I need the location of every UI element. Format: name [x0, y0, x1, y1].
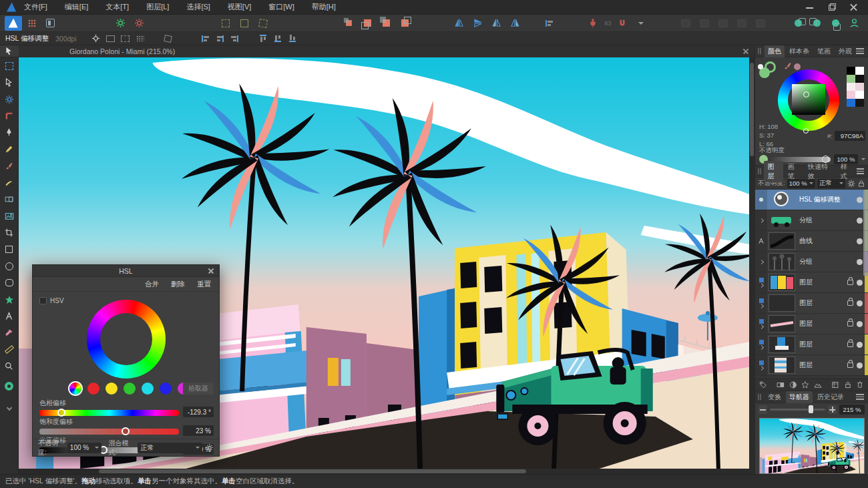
shape-tool[interactable] [0, 291, 19, 308]
tab-layers[interactable]: 图层 [764, 161, 783, 182]
disabled-tool-5[interactable] [752, 16, 769, 31]
layer-visibility-dot[interactable] [857, 280, 863, 286]
layer-expand[interactable] [755, 252, 767, 272]
ellipse-tool[interactable] [0, 258, 19, 274]
layer-visibility-dot[interactable] [857, 321, 863, 327]
red-channel-swatch[interactable] [87, 383, 99, 395]
vector-brush-tool[interactable] [0, 174, 19, 191]
move-to-front-button[interactable] [397, 16, 414, 31]
snapping-options-caret[interactable] [632, 16, 650, 31]
rasterize-button[interactable] [131, 16, 148, 31]
layer-row-layer-5[interactable]: 图层 [755, 272, 868, 293]
lock-icon[interactable] [847, 362, 853, 368]
account-button[interactable] [845, 16, 863, 31]
panel-menu-icon[interactable] [857, 167, 864, 176]
layer-expand[interactable] [755, 334, 767, 354]
menu-view[interactable]: 视图[V] [228, 2, 251, 12]
snap-pin-icon[interactable] [584, 16, 602, 31]
move-anchor-button[interactable] [89, 33, 103, 44]
picker-button[interactable]: 拾取器 [183, 383, 214, 395]
mask-layer-icon[interactable] [777, 381, 785, 389]
layer-expand[interactable] [755, 190, 767, 210]
align-top-button[interactable] [256, 33, 270, 44]
dialog-close-icon[interactable] [208, 268, 214, 274]
panel-grip[interactable] [758, 48, 763, 54]
navigator-thumbnail[interactable] [759, 418, 865, 474]
menu-file[interactable]: 文件[F] [24, 2, 47, 12]
menu-select[interactable]: 选择[S] [186, 2, 210, 12]
auto-trace-button[interactable] [112, 16, 130, 31]
boolean-add-button[interactable] [790, 16, 807, 31]
merge-button[interactable]: 合并 [145, 280, 159, 289]
align-center-button[interactable] [214, 33, 227, 44]
layer-expand[interactable] [755, 231, 767, 251]
lock-icon[interactable] [847, 300, 853, 306]
flip-vertical-button[interactable] [469, 16, 486, 31]
dialog-opacity-dropdown[interactable]: 100 % [67, 443, 102, 453]
restore-icon[interactable] [828, 3, 835, 11]
rotate-selection-button[interactable] [162, 33, 175, 44]
new-layer-icon[interactable] [831, 381, 839, 389]
canvas-vertical-scrollbar[interactable] [749, 57, 754, 469]
tab-swatches[interactable]: 样本条 [786, 45, 813, 57]
saturation-lightness-square[interactable] [792, 84, 825, 115]
tab-styles[interactable]: 样式 [837, 161, 856, 182]
pixel-persona-button[interactable] [23, 16, 41, 31]
disabled-tool-1[interactable] [677, 16, 694, 31]
point-transform-tool[interactable] [0, 91, 19, 107]
menu-help[interactable]: 帮助[H] [312, 2, 336, 12]
layer-visibility-dot[interactable] [857, 362, 863, 369]
align-middle-button[interactable] [271, 33, 284, 44]
tag-icon[interactable] [759, 381, 767, 389]
disabled-tool-3[interactable] [714, 16, 732, 31]
disabled-tool-4[interactable] [733, 16, 750, 31]
green-channel-swatch[interactable] [124, 383, 136, 395]
layer-expand[interactable] [755, 210, 767, 230]
layer-effects-icon[interactable] [801, 381, 809, 389]
layer-row-hsl-adjustment[interactable]: HSL 偏移调整 [755, 190, 868, 210]
rotate-cw-button[interactable] [506, 16, 523, 31]
rounded-rectangle-tool[interactable] [0, 274, 19, 291]
delete-button[interactable]: 删除 [171, 280, 185, 289]
show-selection-button[interactable] [104, 33, 118, 44]
menu-text[interactable]: 文本[T] [105, 2, 129, 12]
layer-visibility-dot[interactable] [857, 342, 863, 348]
layer-lock-icon[interactable] [857, 180, 865, 188]
paint-brush-tool[interactable] [0, 158, 19, 174]
rotate-ccw-button[interactable] [487, 16, 505, 31]
layer-row-layer-9[interactable]: 图层 [755, 355, 868, 376]
move-to-back-button[interactable] [341, 16, 358, 31]
menu-edit[interactable]: 编辑[E] [65, 2, 88, 12]
corner-tool[interactable] [0, 107, 19, 124]
new-image-layer-icon[interactable] [814, 381, 822, 389]
layer-visibility-dot[interactable] [857, 259, 863, 265]
sl-cursor[interactable] [803, 91, 809, 97]
layer-row-curves[interactable]: 曲线 [755, 231, 868, 252]
hsv-checkbox[interactable] [39, 297, 47, 304]
layer-expand[interactable] [755, 293, 767, 313]
saturation-shift-knob[interactable] [122, 427, 130, 435]
zoom-value[interactable]: 215 % [839, 405, 865, 415]
layer-row-layer-8[interactable]: 图层 [755, 334, 868, 355]
transform-mode-button[interactable] [119, 33, 132, 44]
panel-grip[interactable] [758, 168, 762, 174]
fill-tool[interactable] [0, 191, 19, 208]
tab-brushes[interactable]: 画笔 [785, 161, 803, 182]
align-left-button[interactable] [199, 33, 212, 44]
style-picker-tool[interactable] [0, 341, 19, 358]
delete-layer-icon[interactable] [856, 381, 864, 389]
align-right-button[interactable] [228, 33, 242, 44]
panel-grip[interactable] [758, 394, 763, 400]
noise-swatch-icon[interactable] [794, 63, 801, 70]
new-group-icon[interactable] [844, 381, 852, 389]
zoom-knob[interactable] [809, 405, 813, 413]
tab-stroke[interactable]: 笔画 [814, 45, 834, 57]
tab-color[interactable]: 颜色 [765, 45, 785, 57]
image-place-tool[interactable] [0, 208, 19, 224]
menu-layer[interactable]: 图层[L] [146, 2, 169, 12]
pen-tool[interactable] [0, 124, 19, 141]
layer-expand[interactable] [755, 355, 767, 375]
opacity-caret-icon[interactable] [861, 158, 865, 160]
tab-close-icon[interactable] [742, 48, 749, 55]
node-tool[interactable] [0, 74, 19, 91]
